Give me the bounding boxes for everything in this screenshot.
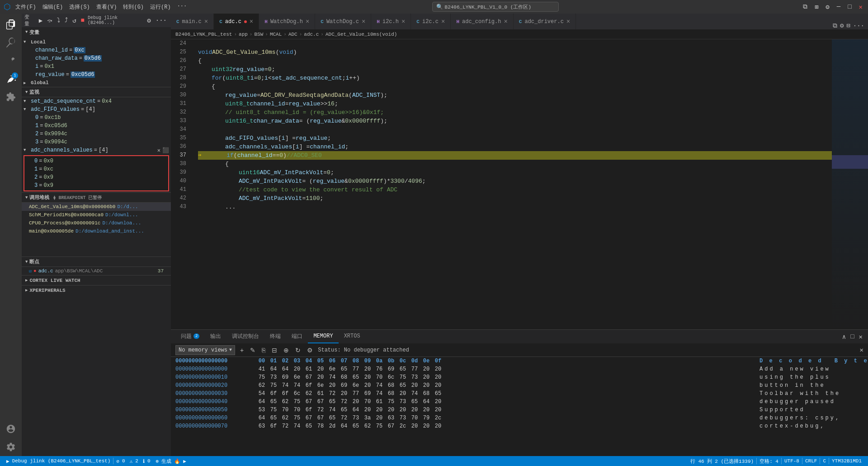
close-icon[interactable]: ✕ <box>857 2 864 12</box>
run-build-btn[interactable]: ▶ <box>183 458 186 464</box>
code-content[interactable]: void ADC_Get_Value_10ms(void) { uint32 r… <box>193 39 832 329</box>
watch-section-header[interactable]: ▼ 监视 <box>22 87 171 97</box>
callstack-adc[interactable]: ADC_Get_Value_10ms@0x000006b0 D:/d... <box>22 203 171 211</box>
layout-icon[interactable]: ⊟ <box>846 22 850 29</box>
callstack-header[interactable]: ▼ 调用堆栈 ⧫ breakpoint 已暂停 <box>22 192 171 202</box>
split-editor-icon[interactable]: ⧉ <box>801 2 809 11</box>
tab-watchdog-h[interactable]: H WatchDog.h × <box>259 14 315 29</box>
settings-memory-btn[interactable]: ⚙ <box>306 346 314 355</box>
activity-extensions[interactable] <box>2 88 20 106</box>
menu-select[interactable]: 选择(S) <box>66 2 93 12</box>
tab-close-i2c-c[interactable]: × <box>441 18 445 25</box>
activity-settings[interactable] <box>2 438 20 456</box>
delete-watch-icon[interactable]: ✕ <box>157 147 160 154</box>
continue-btn[interactable]: ▶ <box>38 16 44 25</box>
activity-account[interactable] <box>2 420 20 438</box>
status-arch[interactable]: YTM32B1MD1 <box>832 458 862 464</box>
no-memory-views-select[interactable]: No memory views ▼ <box>175 345 235 355</box>
add-memory-view-btn[interactable]: + <box>239 346 245 355</box>
status-line-col[interactable]: 行 46 <box>690 458 704 465</box>
breakpoints-header[interactable]: ▼ 断点 <box>22 257 171 266</box>
activity-run-debug[interactable]: 1 <box>2 70 20 88</box>
stop-btn[interactable]: ■ <box>80 16 86 25</box>
tab-close-adc-c[interactable]: × <box>250 18 253 25</box>
panel-close-icon[interactable]: ✕ <box>858 332 863 342</box>
global-section-header[interactable]: ▶ Global <box>22 79 171 87</box>
status-col[interactable]: 列 2 (已选择1339) <box>707 458 754 465</box>
code-editor[interactable]: 24 25 26 27 28 29 30 31 32 33 34 35 36 3… <box>171 39 868 329</box>
panel-tab-terminal[interactable]: 终端 <box>264 330 286 343</box>
tab-close-i2c-h[interactable]: × <box>401 18 405 25</box>
adc-channels-header[interactable]: ▼ adc_channels_values = [4] ✕ ⬛ <box>22 146 171 154</box>
tab-watchdog-c[interactable]: C WatchDog.c × <box>315 14 371 29</box>
step-into-btn[interactable]: ⤵ <box>56 16 61 25</box>
edit-memory-btn[interactable]: ✎ <box>249 346 257 355</box>
bc-app[interactable]: app <box>239 32 248 37</box>
panel-tab-ports[interactable]: 端口 <box>286 330 308 343</box>
tab-i2c-h[interactable]: H i2c.h × <box>371 14 411 29</box>
panel-tab-xrtos[interactable]: XRTOS <box>339 330 366 343</box>
callstack-cpu0[interactable]: CPU0_Process@0x00000091c D:/downloa... <box>22 219 171 227</box>
menu-run[interactable]: 运行(R) <box>147 2 174 12</box>
status-debug[interactable]: ▶ Debug jlink (B2406_LYNK_PBL_test) <box>4 458 113 464</box>
expand-watch-icon[interactable]: ⬛ <box>162 147 169 154</box>
cortex-live-watch-header[interactable]: ▶ CORTEX LIVE WATCH <box>22 275 171 285</box>
tab-adc-c[interactable]: C adc.c × <box>214 14 259 29</box>
activity-explorer[interactable] <box>2 15 20 33</box>
status-spaces[interactable]: 空格: 4 <box>760 458 778 465</box>
panel-tab-debug-console[interactable]: 调试控制台 <box>226 330 264 343</box>
format-memory-btn[interactable]: ⊟ <box>270 346 278 355</box>
bc-function[interactable]: ADC_Get_Value_10ms(void) <box>326 32 397 37</box>
maximize-icon[interactable]: □ <box>846 2 853 11</box>
activity-search[interactable] <box>2 33 20 52</box>
tab-main-c[interactable]: C main.c × <box>171 14 214 29</box>
status-line-ending[interactable]: CRLF <box>805 458 817 464</box>
close-memory-panel-icon[interactable]: ✕ <box>860 346 863 354</box>
settings-icon[interactable]: ⚙ <box>824 2 831 12</box>
menu-goto[interactable]: 转到(G) <box>120 2 146 12</box>
tab-adc-driver-c[interactable]: C adc_driver.c × <box>514 14 576 29</box>
status-language[interactable]: C <box>823 458 826 464</box>
panel-maximize-icon[interactable]: □ <box>849 332 855 341</box>
panel-tab-memory[interactable]: MEMORY <box>308 330 338 343</box>
split-view-icon[interactable]: ⧉ <box>833 22 837 29</box>
variables-section-header[interactable]: ▼ 变量 <box>22 27 171 37</box>
menu-edit[interactable]: 编辑(E) <box>40 2 66 12</box>
tab-close-main-c[interactable]: × <box>204 18 208 25</box>
status-errors[interactable]: ⊘ 0 ⚠ 2 ℹ 0 <box>113 458 153 464</box>
status-build[interactable]: ⊚ 生成 🔥 ▶ <box>153 458 189 465</box>
step-out-btn[interactable]: ⤴ <box>63 16 69 25</box>
lock-memory-btn[interactable]: ⊕ <box>282 346 290 355</box>
status-encoding[interactable]: UTF-8 <box>784 458 799 464</box>
more-icon[interactable]: ··· <box>853 22 864 29</box>
settings-icon[interactable]: ⚙ <box>840 22 844 29</box>
tab-close-adc-config-h[interactable]: × <box>504 18 507 25</box>
adc-fifo-header[interactable]: ▼ adc_FIFO_values = [4] <box>22 105 171 114</box>
bc-root[interactable]: B2406_LYNK_PBL_test <box>175 32 232 37</box>
tab-close-watchdog-c[interactable]: × <box>362 18 365 25</box>
xperipherals-header[interactable]: ▶ XPERIPHERALS <box>22 285 171 295</box>
restart-btn[interactable]: ↺ <box>71 16 77 25</box>
step-over-btn[interactable]: ⤼ <box>46 16 54 25</box>
bc-adc[interactable]: ADC <box>288 32 297 37</box>
callstack-schm[interactable]: SchM_Period1Ms@0x00000ca0 D:/downl... <box>22 211 171 219</box>
tab-close-watchdog-h[interactable]: × <box>306 18 309 25</box>
panel-minimize-icon[interactable]: ∧ <box>841 332 847 342</box>
local-section-header[interactable]: ▼ Local <box>22 38 171 46</box>
bc-bsw[interactable]: BSW <box>254 32 263 37</box>
tab-adc-config-h[interactable]: H adc_config.h × <box>451 14 513 29</box>
debug-settings-btn[interactable]: ⚙ <box>146 16 152 25</box>
refresh-memory-btn[interactable]: ↻ <box>294 346 302 355</box>
tab-close-adc-driver-c[interactable]: × <box>566 18 570 25</box>
bc-file[interactable]: adc.c <box>304 32 319 37</box>
copy-memory-btn[interactable]: ⎘ <box>260 346 267 355</box>
menu-view[interactable]: 查看(V) <box>94 2 120 12</box>
menu-more[interactable]: ··· <box>175 2 190 12</box>
bc-mcal[interactable]: MCAL <box>270 32 282 37</box>
tab-i2c-c[interactable]: C i2c.c × <box>411 14 451 29</box>
activity-source-control[interactable] <box>2 52 20 70</box>
menu-file[interactable]: 文件(F) <box>13 2 39 12</box>
minimize-icon[interactable]: ─ <box>835 2 842 11</box>
panel-tab-problems[interactable]: 问题 2 <box>175 330 205 343</box>
layout-icon[interactable]: ⊞ <box>813 2 820 12</box>
